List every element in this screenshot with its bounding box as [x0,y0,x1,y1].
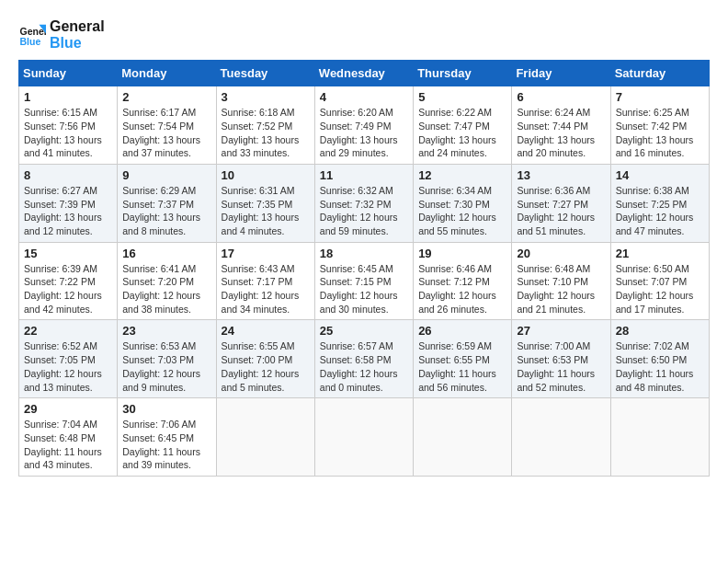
day-info: Sunrise: 6:39 AMSunset: 7:22 PMDaylight:… [24,262,112,316]
day-info: Sunrise: 6:34 AMSunset: 7:30 PMDaylight:… [418,184,506,238]
day-number: 9 [122,168,210,182]
calendar-cell: 21 Sunrise: 6:50 AMSunset: 7:07 PMDaylig… [610,242,709,320]
day-number: 25 [320,324,408,338]
day-info: Sunrise: 6:24 AMSunset: 7:44 PMDaylight:… [517,106,605,160]
day-info: Sunrise: 7:02 AMSunset: 6:50 PMDaylight:… [616,339,704,394]
day-info: Sunrise: 6:32 AMSunset: 7:32 PMDaylight:… [320,184,408,238]
header-thursday: Thursday [414,61,512,86]
calendar-cell: 14 Sunrise: 6:38 AMSunset: 7:25 PMDaylig… [610,164,709,242]
logo-general: General [50,18,105,35]
calendar-week-row: 29 Sunrise: 7:04 AMSunset: 6:48 PMDaylig… [19,398,710,477]
day-info: Sunrise: 6:29 AMSunset: 7:37 PMDaylight:… [122,184,210,238]
header-sunday: Sunday [19,61,118,86]
day-number: 17 [222,247,310,260]
day-number: 5 [418,90,506,104]
day-number: 11 [320,168,408,182]
day-info: Sunrise: 6:15 AMSunset: 7:56 PMDaylight:… [24,106,112,160]
calendar-cell: 5 Sunrise: 6:22 AMSunset: 7:47 PMDayligh… [414,86,512,165]
day-info: Sunrise: 6:48 AMSunset: 7:10 PMDaylight:… [517,262,605,316]
calendar-cell: 29 Sunrise: 7:04 AMSunset: 6:48 PMDaylig… [19,398,118,477]
svg-text:Blue: Blue [20,35,41,46]
day-info: Sunrise: 6:41 AMSunset: 7:20 PMDaylight:… [122,262,210,316]
day-info: Sunrise: 6:38 AMSunset: 7:25 PMDaylight:… [616,184,704,238]
day-info: Sunrise: 6:25 AMSunset: 7:42 PMDaylight:… [616,106,704,160]
day-info: Sunrise: 6:31 AMSunset: 7:35 PMDaylight:… [222,184,310,238]
calendar-cell: 7 Sunrise: 6:25 AMSunset: 7:42 PMDayligh… [610,86,709,165]
day-info: Sunrise: 7:04 AMSunset: 6:48 PMDaylight:… [24,418,112,472]
day-number: 29 [24,402,112,416]
day-number: 18 [320,247,408,260]
day-number: 15 [24,247,112,260]
calendar-cell [414,398,512,477]
calendar-cell [512,398,610,477]
day-number: 30 [122,402,210,416]
calendar-header-row: SundayMondayTuesdayWednesdayThursdayFrid… [19,61,710,86]
day-number: 8 [24,168,112,182]
calendar-cell: 12 Sunrise: 6:34 AMSunset: 7:30 PMDaylig… [414,164,512,242]
day-number: 13 [517,168,605,182]
day-info: Sunrise: 6:52 AMSunset: 7:05 PMDaylight:… [24,339,112,394]
header-friday: Friday [512,61,610,86]
day-number: 22 [24,324,112,338]
calendar-week-row: 15 Sunrise: 6:39 AMSunset: 7:22 PMDaylig… [19,242,710,320]
calendar-cell: 2 Sunrise: 6:17 AMSunset: 7:54 PMDayligh… [118,86,216,165]
logo: General Blue General Blue [18,18,105,51]
calendar-week-row: 8 Sunrise: 6:27 AMSunset: 7:39 PMDayligh… [19,164,710,242]
calendar-cell: 15 Sunrise: 6:39 AMSunset: 7:22 PMDaylig… [19,242,118,320]
calendar-cell: 20 Sunrise: 6:48 AMSunset: 7:10 PMDaylig… [512,242,610,320]
calendar-cell: 1 Sunrise: 6:15 AMSunset: 7:56 PMDayligh… [19,86,118,165]
header-saturday: Saturday [610,61,709,86]
day-info: Sunrise: 6:53 AMSunset: 7:03 PMDaylight:… [122,339,210,394]
calendar-cell: 3 Sunrise: 6:18 AMSunset: 7:52 PMDayligh… [216,86,314,165]
day-number: 20 [517,247,605,260]
calendar-cell: 19 Sunrise: 6:46 AMSunset: 7:12 PMDaylig… [414,242,512,320]
day-info: Sunrise: 7:06 AMSunset: 6:45 PMDaylight:… [122,418,210,472]
day-number: 7 [616,90,704,104]
calendar-cell [314,398,413,477]
day-number: 21 [616,247,704,260]
calendar-cell [610,398,709,477]
calendar-cell: 6 Sunrise: 6:24 AMSunset: 7:44 PMDayligh… [512,86,610,165]
calendar-cell: 24 Sunrise: 6:55 AMSunset: 7:00 PMDaylig… [216,320,314,398]
day-number: 2 [122,90,210,104]
day-number: 4 [320,90,408,104]
day-info: Sunrise: 6:36 AMSunset: 7:27 PMDaylight:… [517,184,605,238]
day-number: 14 [616,168,704,182]
day-info: Sunrise: 6:59 AMSunset: 6:55 PMDaylight:… [418,339,506,394]
calendar-cell: 11 Sunrise: 6:32 AMSunset: 7:32 PMDaylig… [314,164,413,242]
day-info: Sunrise: 6:20 AMSunset: 7:49 PMDaylight:… [320,106,408,160]
header: General Blue General Blue [18,18,710,51]
header-monday: Monday [118,61,216,86]
calendar-cell: 23 Sunrise: 6:53 AMSunset: 7:03 PMDaylig… [118,320,216,398]
logo-icon: General Blue [18,21,46,49]
day-number: 3 [222,90,310,104]
calendar-week-row: 22 Sunrise: 6:52 AMSunset: 7:05 PMDaylig… [19,320,710,398]
calendar-cell [216,398,314,477]
header-tuesday: Tuesday [216,61,314,86]
calendar-cell: 17 Sunrise: 6:43 AMSunset: 7:17 PMDaylig… [216,242,314,320]
calendar-cell: 26 Sunrise: 6:59 AMSunset: 6:55 PMDaylig… [414,320,512,398]
calendar-cell: 18 Sunrise: 6:45 AMSunset: 7:15 PMDaylig… [314,242,413,320]
calendar-cell: 13 Sunrise: 6:36 AMSunset: 7:27 PMDaylig… [512,164,610,242]
header-wednesday: Wednesday [314,61,413,86]
calendar-week-row: 1 Sunrise: 6:15 AMSunset: 7:56 PMDayligh… [19,86,710,165]
day-number: 28 [616,324,704,338]
day-info: Sunrise: 6:22 AMSunset: 7:47 PMDaylight:… [418,106,506,160]
day-info: Sunrise: 7:00 AMSunset: 6:53 PMDaylight:… [517,339,605,394]
day-info: Sunrise: 6:45 AMSunset: 7:15 PMDaylight:… [320,262,408,316]
calendar-cell: 27 Sunrise: 7:00 AMSunset: 6:53 PMDaylig… [512,320,610,398]
day-number: 16 [122,247,210,260]
day-info: Sunrise: 6:55 AMSunset: 7:00 PMDaylight:… [222,339,310,394]
day-info: Sunrise: 6:18 AMSunset: 7:52 PMDaylight:… [222,106,310,160]
day-info: Sunrise: 6:27 AMSunset: 7:39 PMDaylight:… [24,184,112,238]
calendar-cell: 4 Sunrise: 6:20 AMSunset: 7:49 PMDayligh… [314,86,413,165]
calendar-cell: 22 Sunrise: 6:52 AMSunset: 7:05 PMDaylig… [19,320,118,398]
logo-blue: Blue [50,35,105,52]
day-number: 24 [222,324,310,338]
calendar-table: SundayMondayTuesdayWednesdayThursdayFrid… [18,60,710,477]
day-info: Sunrise: 6:46 AMSunset: 7:12 PMDaylight:… [418,262,506,316]
day-number: 10 [222,168,310,182]
calendar-cell: 10 Sunrise: 6:31 AMSunset: 7:35 PMDaylig… [216,164,314,242]
day-info: Sunrise: 6:57 AMSunset: 6:58 PMDaylight:… [320,339,408,394]
calendar-cell: 30 Sunrise: 7:06 AMSunset: 6:45 PMDaylig… [118,398,216,477]
